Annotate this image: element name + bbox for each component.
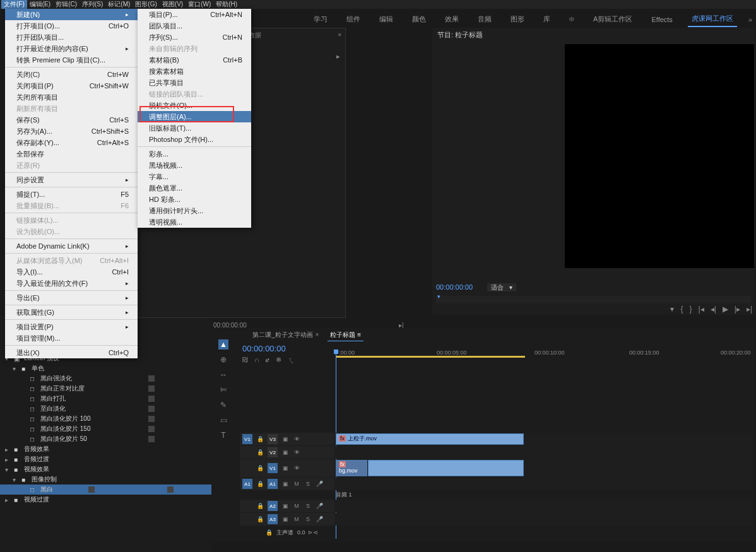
a2-target[interactable]: A2	[268, 501, 278, 511]
new-submenu-item[interactable]: 彩条...	[138, 148, 251, 160]
file-menu-item[interactable]: 项目设置(P)	[5, 321, 138, 332]
file-menu-item[interactable]: 获取属性(G)	[5, 307, 138, 318]
tl-settings-icon[interactable]: ❄	[276, 356, 281, 365]
solo-s-icon[interactable]: S	[304, 480, 312, 488]
mute-icon[interactable]: ▣	[281, 515, 289, 523]
track-select-tool-icon[interactable]: ⊕	[218, 355, 228, 365]
go-in-icon[interactable]: |◂	[699, 305, 704, 314]
file-menu-dropdown[interactable]: 新建(N)打开项目(O)...Ctrl+O打开团队项目...打开最近使用的内容(…	[5, 9, 138, 358]
file-menu-item[interactable]: 关闭所有项目	[5, 91, 138, 103]
file-menu-item[interactable]: 同步设置	[5, 174, 138, 185]
clip-v3[interactable]: fx 上粒子.mov	[336, 433, 524, 445]
fx-tree-row[interactable]: □黑白正常对比度	[0, 384, 211, 394]
file-menu-item[interactable]: 捕捉(T)...F5	[5, 189, 138, 200]
lock-icon[interactable]: 🔒	[265, 529, 273, 536]
program-zoom-select[interactable]: 适合 ▾	[487, 283, 516, 291]
type-tool-icon[interactable]: T	[218, 430, 228, 440]
menu-file[interactable]: 文件(F)	[1, 0, 27, 9]
file-menu-item[interactable]: 关闭项目(P)Ctrl+Shift+W	[5, 80, 138, 91]
selection-tool-icon[interactable]: ▲	[218, 339, 228, 349]
v3-target[interactable]: V3	[268, 434, 278, 444]
program-ruler[interactable]: ▾	[436, 296, 751, 303]
master-track-head[interactable]: 🔒 主声道 0.0 ⊳⊲	[240, 529, 334, 537]
ws-effects2[interactable]: Effects	[647, 13, 676, 26]
fx-tree-row[interactable]: □黑白淡化胶片 100	[0, 414, 211, 424]
tl-link-icon[interactable]: ∩	[254, 356, 259, 365]
eye-icon[interactable]: 👁	[293, 449, 300, 456]
ws-graphics[interactable]: 图形	[507, 12, 528, 26]
ripple-tool-icon[interactable]: ↔	[218, 370, 228, 380]
new-submenu-item[interactable]: 已共享项目	[138, 77, 251, 88]
ws-libraries[interactable]: 库	[540, 12, 554, 26]
file-menu-item[interactable]: 打开团队项目...	[5, 32, 138, 43]
ws-audio[interactable]: 音频	[474, 12, 495, 26]
new-submenu-item[interactable]: HD 彩条...	[138, 194, 251, 205]
file-menu-item[interactable]: 项目管理(M)...	[5, 332, 138, 344]
solo-m-icon[interactable]: M	[293, 502, 300, 510]
new-submenu-item[interactable]: 搜索素材箱	[138, 66, 251, 77]
fx-tree-row[interactable]: ▸■音频效果	[0, 444, 211, 454]
step-back-icon[interactable]: ◂|	[711, 305, 716, 314]
ws-assembly[interactable]: 组件	[343, 12, 364, 26]
ws-cc[interactable]: ፨	[565, 13, 578, 26]
ws-custom-a[interactable]: A剪辑工作区	[589, 12, 636, 26]
tl-wrench-icon[interactable]: ㄟ	[288, 356, 295, 365]
go-out-icon[interactable]: ▸|	[747, 305, 752, 314]
file-menu-item[interactable]: 退出(X)Ctrl+Q	[5, 347, 138, 358]
timeline-timecode[interactable]: 00:00:00:00	[242, 344, 286, 353]
track-head-v1[interactable]: 🔒 V1 ▣ 👁	[240, 459, 334, 477]
lock-icon[interactable]: 🔒	[256, 435, 264, 443]
file-menu-item[interactable]: 导出(E)	[5, 292, 138, 303]
menu-edit[interactable]: 编辑(E)	[27, 0, 53, 9]
file-menu-item[interactable]: 关闭(C)Ctrl+W	[5, 69, 138, 80]
fx-tree-row[interactable]: □黑白强淡化	[0, 373, 211, 384]
new-submenu-item[interactable]: 调整图层(A)...	[138, 111, 251, 122]
track-head-v3[interactable]: V1 🔒 V3 ▣ 👁	[240, 433, 334, 445]
file-menu-item[interactable]: Adobe Dynamic Link(K)	[5, 240, 138, 252]
voice-icon[interactable]: 🎤	[316, 480, 323, 488]
timeline-workarea-bar[interactable]	[336, 356, 525, 358]
menu-graphics[interactable]: 图形(G)	[133, 0, 159, 9]
fx-tree-row[interactable]: □黑白	[0, 484, 211, 495]
razor-tool-icon[interactable]: ✄	[218, 385, 228, 395]
file-menu-item[interactable]: 全部保存	[5, 148, 138, 160]
new-submenu-item[interactable]: 字幕...	[138, 171, 251, 182]
menu-marker[interactable]: 标记(M)	[105, 0, 133, 9]
new-submenu-item[interactable]: 项目(P)...Ctrl+Alt+N	[138, 9, 251, 20]
solo-m-icon[interactable]: M	[293, 480, 300, 488]
file-menu-item[interactable]: 导入最近使用的文件(F)	[5, 278, 138, 289]
new-submenu-item[interactable]: 团队项目...	[138, 20, 251, 32]
new-submenu-item[interactable]: Photoshop 文件(H)...	[138, 134, 251, 145]
new-submenu-item[interactable]: 通用倒计时片头...	[138, 205, 251, 216]
ws-active[interactable]: 虎课网工作区	[688, 11, 737, 27]
tl-marker-icon[interactable]: ⸙	[266, 356, 269, 365]
menu-clip[interactable]: 剪辑(C)	[53, 0, 80, 9]
mute-icon[interactable]: ▣	[281, 480, 289, 488]
menu-sequence[interactable]: 序列(S)	[80, 0, 105, 9]
toggle-output-icon[interactable]: ▣	[281, 464, 289, 472]
ws-effects[interactable]: 效果	[441, 12, 463, 26]
ws-learn[interactable]: 学习	[310, 12, 331, 26]
fx-tree-row[interactable]: ▸■视频过渡	[0, 495, 211, 505]
new-submenu-item[interactable]: 旧版标题(T)...	[138, 122, 251, 134]
ws-editing[interactable]: 编辑	[375, 12, 397, 26]
timeline-tab-1[interactable]: 第二课_粒子文字动画×	[250, 329, 321, 341]
lock-icon[interactable]: 🔒	[256, 502, 264, 510]
track-head-v2[interactable]: 🔒 V2 ▣ 👁	[240, 446, 334, 459]
lock-icon[interactable]: 🔒	[256, 515, 264, 523]
file-menu-item[interactable]: 新建(N)	[5, 9, 138, 20]
lock-icon[interactable]: 🔒	[256, 449, 264, 456]
fx-tree-row[interactable]: □黑白打孔	[0, 394, 211, 404]
solo-s-icon[interactable]: S	[304, 515, 312, 523]
file-menu-item[interactable]: 保存副本(Y)...Ctrl+Alt+S	[5, 137, 138, 148]
track-head-a3[interactable]: 🔒 A3 ▣ M S 🎤	[240, 513, 334, 526]
new-submenu-item[interactable]: 脱机文件(O)...	[138, 100, 251, 111]
new-submenu-item[interactable]: 黑场视频...	[138, 160, 251, 171]
menu-bar[interactable]: 文件(F) 编辑(E) 剪辑(C) 序列(S) 标记(M) 图形(G) 视图(V…	[0, 0, 756, 9]
clip-v1-b[interactable]	[368, 460, 524, 476]
v2-target[interactable]: V2	[268, 447, 278, 457]
program-timecode[interactable]: 00:00:00:00	[436, 283, 473, 291]
file-menu-item[interactable]: 打开最近使用的内容(E)	[5, 43, 138, 54]
file-menu-item[interactable]: 导入(I)...Ctrl+I	[5, 266, 138, 278]
fx-tree-row[interactable]: □至白淡化	[0, 404, 211, 414]
